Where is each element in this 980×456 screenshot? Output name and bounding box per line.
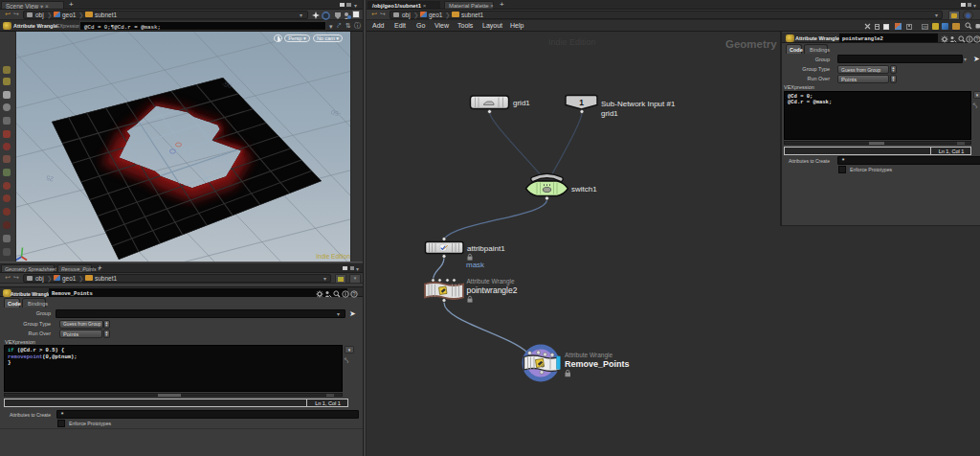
svg-text:mask: mask — [466, 261, 485, 269]
svg-text:Remove_Points: Remove_Points — [565, 359, 630, 369]
svg-text:grid1: grid1 — [513, 99, 530, 107]
svg-text:?: ? — [352, 291, 355, 297]
svg-text:Sub-Network Input #1: Sub-Network Input #1 — [601, 100, 676, 108]
svg-text:switch1: switch1 — [571, 185, 597, 194]
svg-text:Indie Edition: Indie Edition — [316, 253, 350, 260]
svg-text:?: ? — [975, 36, 978, 42]
svg-text:1: 1 — [579, 98, 584, 107]
svg-text:pointwrangle2: pointwrangle2 — [467, 285, 518, 295]
svg-text:attribpaint1: attribpaint1 — [467, 244, 505, 253]
svg-text:grid1: grid1 — [601, 109, 618, 118]
